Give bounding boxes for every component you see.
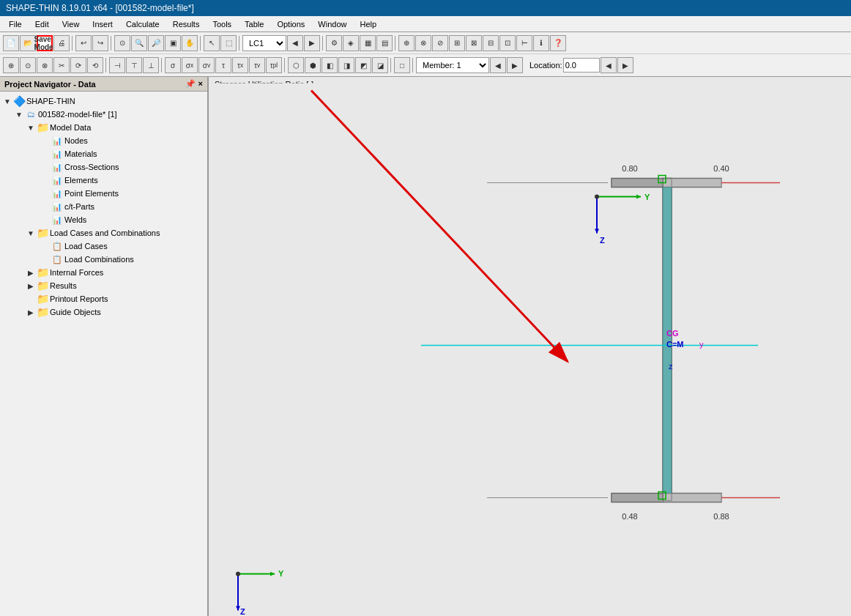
zoom-in-btn[interactable]: 🔍 xyxy=(131,35,147,51)
zoom-window-btn[interactable]: ▣ xyxy=(165,35,181,51)
tool8-btn[interactable]: ⊢ xyxy=(516,35,532,51)
settings-btn[interactable]: ⚙ xyxy=(326,35,342,51)
zoom-out-btn[interactable]: 🔎 xyxy=(148,35,164,51)
menu-view[interactable]: View xyxy=(56,18,86,30)
tree-results[interactable]: ▶ 📁 Results xyxy=(3,279,204,292)
cross-section-svg: Y Z Y Z xyxy=(209,77,851,616)
redo-btn[interactable]: ↪ xyxy=(92,35,108,51)
prev-lc-btn[interactable]: ◀ xyxy=(287,35,303,51)
next-lc-btn[interactable]: ▶ xyxy=(304,35,320,51)
tree-load-combinations[interactable]: ▶ 📋 Load Combinations xyxy=(3,253,204,266)
tool5-btn[interactable]: ⊠ xyxy=(466,35,482,51)
pan-btn[interactable]: ✋ xyxy=(182,35,198,51)
disp6-btn[interactable]: ◪ xyxy=(372,57,388,73)
undo-btn[interactable]: ↩ xyxy=(75,35,92,51)
tree-welds[interactable]: ▶ 📊 Welds xyxy=(3,213,204,226)
tree-nodes[interactable]: ▶ 📊 Nodes xyxy=(3,134,204,147)
menu-help[interactable]: Help xyxy=(354,18,382,30)
tree-cross-sections-label: Cross-Sections xyxy=(64,163,119,171)
tool1-btn[interactable]: ⊕ xyxy=(398,35,415,51)
select-all-btn[interactable]: ⬚ xyxy=(220,35,237,51)
stress2-btn[interactable]: σx xyxy=(182,57,198,73)
tree-project[interactable]: ▼ 🗂 001582-model-file* [1] xyxy=(3,108,204,121)
snap3-btn[interactable]: ⊗ xyxy=(37,57,53,73)
member-dropdown[interactable]: Member: 1 xyxy=(416,57,489,73)
new-btn[interactable]: 📄 xyxy=(3,35,19,51)
sep3 xyxy=(200,36,201,51)
view3-btn[interactable]: ⊥ xyxy=(143,57,159,73)
pin-button[interactable]: 📌 xyxy=(185,79,196,89)
tree-elements[interactable]: ▶ 📊 Elements xyxy=(3,174,204,187)
tree-load-cases[interactable]: ▶ 📋 Load Cases xyxy=(3,240,204,253)
stress5-btn[interactable]: τx xyxy=(232,57,248,73)
tree-root[interactable]: ▼ 🔷 SHAPE-THIN xyxy=(3,94,204,108)
project-icon: 🔷 xyxy=(13,95,25,107)
canvas-area[interactable]: Stresses Utilization Ratio [-] LC1 Y Z xyxy=(209,77,851,616)
menu-edit[interactable]: Edit xyxy=(29,18,55,30)
menu-calculate[interactable]: Calculate xyxy=(120,18,166,30)
view1-btn[interactable]: ⊣ xyxy=(109,57,125,73)
stress7-btn[interactable]: τpl xyxy=(266,57,282,73)
edit2-btn[interactable]: ⟳ xyxy=(70,57,86,73)
sep9 xyxy=(284,58,286,73)
tree-point-elements[interactable]: ▶ 📊 Point Elements xyxy=(3,187,204,200)
tree-guide-objects[interactable]: ▶ 📁 Guide Objects xyxy=(3,305,204,319)
save-model-button[interactable]: Save Model xyxy=(37,35,53,51)
point-elements-icon: 📊 xyxy=(51,188,63,199)
tool3-btn[interactable]: ⊘ xyxy=(432,35,448,51)
tree-materials[interactable]: ▶ 📊 Materials xyxy=(3,147,204,160)
stress3-btn[interactable]: σv xyxy=(198,57,215,73)
project-folder-icon: 🗂 xyxy=(25,108,37,120)
tool4-btn[interactable]: ⊞ xyxy=(449,35,465,51)
tool2-btn[interactable]: ⊗ xyxy=(415,35,431,51)
sep11 xyxy=(412,58,414,73)
menu-file[interactable]: File xyxy=(3,18,28,30)
wire-btn[interactable]: ▤ xyxy=(376,35,393,51)
prev-loc-btn[interactable]: ◀ xyxy=(601,57,617,73)
zoom-fit-btn[interactable]: ⊙ xyxy=(114,35,130,51)
menu-window[interactable]: Window xyxy=(312,18,352,30)
menu-options[interactable]: Options xyxy=(271,18,311,30)
stress1-btn[interactable]: σ xyxy=(165,57,181,73)
menu-table[interactable]: Table xyxy=(239,18,270,30)
menu-results[interactable]: Results xyxy=(167,18,206,30)
tree-model-data[interactable]: ▼ 📁 Model Data xyxy=(3,121,204,134)
stress4-btn[interactable]: τ xyxy=(215,57,231,73)
tree-ct-parts[interactable]: ▶ 📊 c/t-Parts xyxy=(3,200,204,213)
stress6-btn[interactable]: τv xyxy=(249,57,265,73)
print-btn[interactable]: 🖨 xyxy=(53,35,70,51)
disp7-btn[interactable]: □ xyxy=(394,57,410,73)
view2-btn[interactable]: ⊤ xyxy=(126,57,142,73)
close-panel-button[interactable]: × xyxy=(198,79,203,89)
about-btn[interactable]: ❓ xyxy=(550,35,566,51)
lc-dropdown[interactable]: LC1 xyxy=(242,35,286,51)
next-member-btn[interactable]: ▶ xyxy=(507,57,523,73)
edit1-btn[interactable]: ✂ xyxy=(53,57,70,73)
tree-cross-sections[interactable]: ▶ 📊 Cross-Sections xyxy=(3,160,204,174)
elements-icon: 📊 xyxy=(51,174,63,186)
menu-insert[interactable]: Insert xyxy=(86,18,119,30)
menu-tools[interactable]: Tools xyxy=(207,18,237,30)
disp3-btn[interactable]: ◧ xyxy=(322,57,338,73)
tree-printout-reports[interactable]: ▶ 📁 Printout Reports xyxy=(3,292,204,305)
disp2-btn[interactable]: ⬢ xyxy=(305,57,321,73)
snap2-btn[interactable]: ⊙ xyxy=(20,57,36,73)
tree-load-cases-combinations[interactable]: ▼ 📁 Load Cases and Combinations xyxy=(3,226,204,240)
menu-bar: File Edit View Insert Calculate Results … xyxy=(0,16,851,32)
disp1-btn[interactable]: ⬡ xyxy=(288,57,304,73)
location-input[interactable] xyxy=(563,58,600,73)
prev-member-btn[interactable]: ◀ xyxy=(490,57,506,73)
next-loc-btn[interactable]: ▶ xyxy=(617,57,633,73)
select-btn[interactable]: ↖ xyxy=(204,35,220,51)
edit3-btn[interactable]: ⟲ xyxy=(87,57,103,73)
render-btn[interactable]: ▦ xyxy=(360,35,376,51)
tree-internal-forces[interactable]: ▶ 📁 Internal Forces xyxy=(3,266,204,279)
results-folder-icon: 📁 xyxy=(37,280,48,292)
snap1-btn[interactable]: ⊕ xyxy=(3,57,19,73)
tool7-btn[interactable]: ⊡ xyxy=(499,35,516,51)
tool6-btn[interactable]: ⊟ xyxy=(483,35,499,51)
display-btn[interactable]: ◈ xyxy=(343,35,359,51)
disp4-btn[interactable]: ◨ xyxy=(338,57,354,73)
disp5-btn[interactable]: ◩ xyxy=(355,57,371,73)
help-icon-btn[interactable]: ℹ xyxy=(533,35,549,51)
